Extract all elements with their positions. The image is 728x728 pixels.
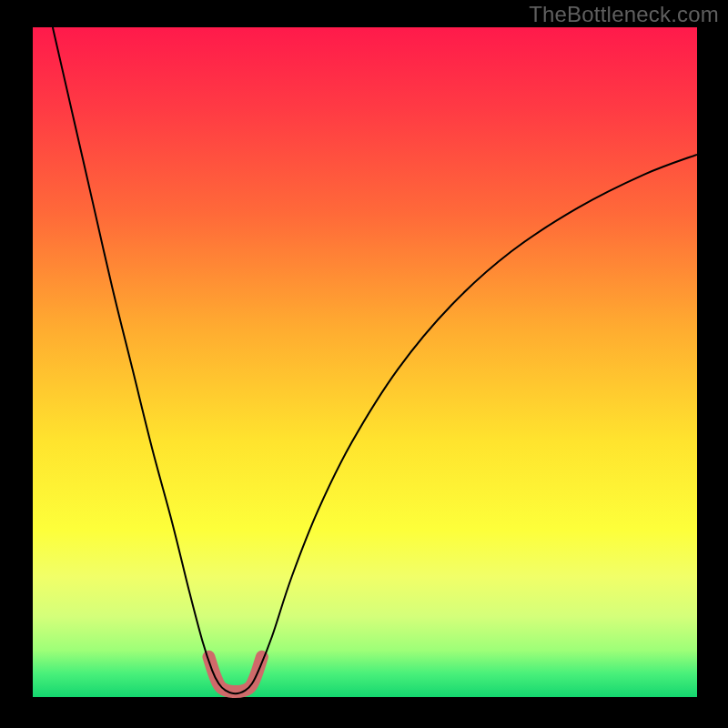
plot-area — [33, 27, 697, 697]
canvas-frame: TheBottleneck.com — [0, 0, 728, 728]
bottleneck-plot — [0, 0, 728, 728]
